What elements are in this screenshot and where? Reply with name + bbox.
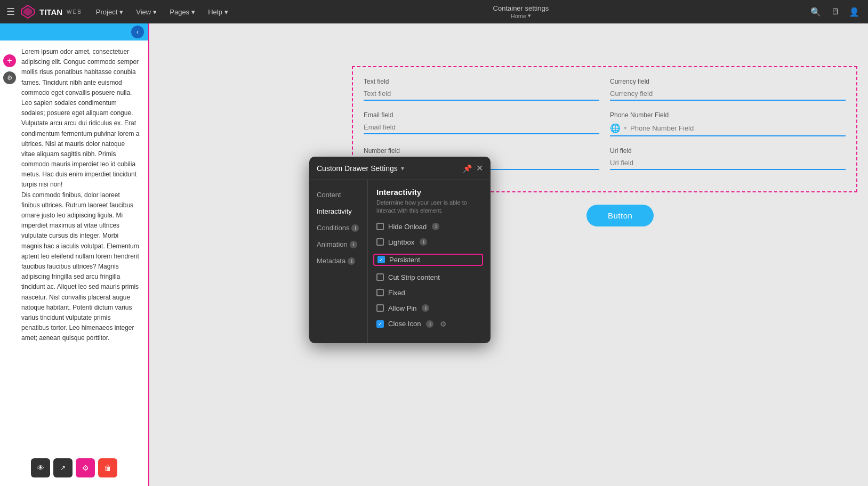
close-icon-gear[interactable]: ⚙: [440, 320, 447, 328]
allow-pin-checkbox[interactable]: [376, 304, 384, 312]
navbar: ☰ TITAN WEB Project ▾ View ▾ Pages ▾ Hel…: [0, 0, 868, 23]
cut-strip-label: Cut Strip content: [388, 273, 440, 281]
nav-view-label: View: [136, 8, 151, 16]
hide-onload-row: Hide Onload ℹ: [376, 223, 482, 231]
svg-marker-1: [23, 7, 32, 16]
metadata-info-dot: ℹ: [348, 257, 355, 265]
form-row-2: Email field Phone Number Field 🌐 ▾: [364, 111, 846, 136]
currency-field-input[interactable]: [610, 87, 846, 101]
phone-code: ▾: [624, 125, 627, 132]
page-subtitle: Home ▾: [511, 12, 531, 19]
fixed-label: Fixed: [388, 289, 405, 297]
conditions-info-dot: ℹ: [351, 224, 359, 232]
modal-nav-conditions[interactable]: Conditions ℹ: [309, 220, 367, 236]
sidebar-top-bar: ‹: [0, 23, 148, 40]
persistent-check-mark: ✓: [379, 257, 383, 263]
custom-drawer-modal: Custom Drawer Settings ▾ 📌 ✕ Content Int…: [309, 157, 491, 343]
modal-nav-interactivity[interactable]: Interactivity: [309, 203, 367, 220]
nav-project[interactable]: Project ▾: [91, 6, 128, 18]
sidebar-lorem-text: Lorem ipsum odor amet, consectetuer adip…: [21, 47, 140, 343]
navbar-center: Container settings Home ▾: [238, 4, 804, 19]
modal-title-chevron: ▾: [401, 165, 404, 172]
cut-strip-row: Cut Strip content: [376, 273, 482, 281]
form-row-1: Text field Currency field: [364, 78, 846, 101]
sidebar-collapse-btn[interactable]: ‹: [131, 26, 144, 38]
modal-nav-content[interactable]: Content: [309, 187, 367, 203]
lightbox-info: ℹ: [420, 238, 427, 246]
nav-help[interactable]: Help ▾: [203, 6, 234, 18]
fixed-checkbox[interactable]: [376, 289, 384, 296]
canvas-button[interactable]: Button: [586, 205, 654, 226]
sidebar-add-btn[interactable]: +: [3, 54, 16, 67]
modal-close-btn[interactable]: ✕: [476, 163, 483, 173]
email-field-label: Email field: [364, 111, 599, 119]
url-field-label: Url field: [610, 147, 846, 155]
close-icon-label: Close Icon: [388, 320, 421, 328]
close-icon-check-mark: ✓: [378, 321, 382, 327]
sidebar-settings-btn[interactable]: ⚙: [3, 71, 16, 84]
close-icon-row: ✓ Close Icon ℹ ⚙: [376, 320, 482, 328]
phone-flag-icon: 🌐: [610, 123, 621, 133]
hide-onload-label: Hide Onload: [388, 223, 427, 231]
modal-section-title: Interactivity: [376, 188, 482, 197]
user-icon[interactable]: 👤: [847, 5, 862, 19]
phone-field-input[interactable]: [630, 124, 720, 132]
modal-header: Custom Drawer Settings ▾ 📌 ✕: [309, 157, 491, 180]
navbar-right: 🔍 🖥 👤: [808, 5, 862, 19]
modal-nav-metadata[interactable]: Metadata ℹ: [309, 253, 367, 269]
modal-content-panel: Interactivity Determine how your user is…: [368, 180, 491, 343]
left-sidebar: ‹ + ⚙ Lorem ipsum odor amet, consectetue…: [0, 23, 149, 486]
nav-project-label: Project: [96, 8, 117, 16]
modal-pin-icon[interactable]: 📌: [463, 164, 472, 173]
nav-view[interactable]: View ▾: [131, 6, 162, 18]
persistent-checkbox[interactable]: ✓: [377, 256, 385, 263]
modal-title-row: Custom Drawer Settings ▾: [317, 164, 404, 173]
sidebar-text-content: Lorem ipsum odor amet, consectetuer adip…: [0, 40, 148, 486]
phone-field-group: Phone Number Field 🌐 ▾: [610, 111, 846, 136]
modal-nav-animation[interactable]: Animation ℹ: [309, 236, 367, 253]
allow-pin-info: ℹ: [422, 304, 429, 312]
phone-field-label: Phone Number Field: [610, 111, 846, 119]
toolbar-delete-btn[interactable]: 🗑: [98, 458, 117, 477]
close-icon-checkbox[interactable]: ✓: [376, 320, 384, 328]
persistent-row: ✓ Persistent: [373, 254, 483, 266]
main-layout: ‹ + ⚙ Lorem ipsum odor amet, consectetue…: [0, 23, 868, 486]
bottom-toolbar: 👁 ↗ ⚙ 🗑: [31, 458, 117, 477]
persistent-label: Persistent: [389, 256, 420, 264]
hide-onload-info: ℹ: [432, 223, 439, 230]
lightbox-row: Lightbox ℹ: [376, 238, 482, 246]
navbar-menu: Project ▾ View ▾ Pages ▾ Help ▾: [91, 6, 234, 18]
hide-onload-checkbox[interactable]: [376, 223, 384, 230]
hamburger-icon[interactable]: ☰: [6, 6, 15, 18]
number-field-label: Number field: [364, 147, 599, 155]
lightbox-checkbox[interactable]: [376, 238, 384, 246]
brand-subtitle: WEB: [67, 9, 82, 15]
nav-help-label: Help: [208, 8, 222, 16]
device-icon[interactable]: 🖥: [829, 5, 841, 19]
url-field-input[interactable]: [610, 157, 846, 170]
toolbar-eye-btn[interactable]: 👁: [31, 458, 50, 477]
cut-strip-checkbox[interactable]: [376, 273, 384, 281]
modal-body: Content Interactivity Conditions ℹ Anima…: [309, 180, 491, 343]
nav-pages-label: Pages: [170, 8, 189, 16]
text-field-group: Text field: [364, 78, 599, 101]
animation-info-dot: ℹ: [350, 241, 357, 248]
allow-pin-label: Allow Pin: [388, 304, 416, 312]
modal-section-desc: Determine how your user is able to inter…: [376, 199, 482, 215]
nav-view-chevron: ▾: [153, 8, 157, 16]
modal-nav: Content Interactivity Conditions ℹ Anima…: [309, 180, 368, 343]
nav-pages[interactable]: Pages ▾: [164, 6, 200, 18]
titan-logo: [19, 3, 36, 20]
brand-name: TITAN: [39, 7, 62, 17]
currency-field-group: Currency field: [610, 78, 846, 101]
page-title: Container settings: [493, 4, 549, 12]
text-field-label: Text field: [364, 78, 599, 85]
fixed-row: Fixed: [376, 289, 482, 297]
lightbox-label: Lightbox: [388, 238, 414, 246]
email-field-group: Email field: [364, 111, 599, 136]
search-icon[interactable]: 🔍: [808, 5, 823, 19]
toolbar-edit-btn[interactable]: ↗: [53, 458, 73, 477]
email-field-input[interactable]: [364, 121, 599, 134]
text-field-input[interactable]: [364, 87, 599, 101]
toolbar-settings-btn[interactable]: ⚙: [76, 458, 95, 477]
